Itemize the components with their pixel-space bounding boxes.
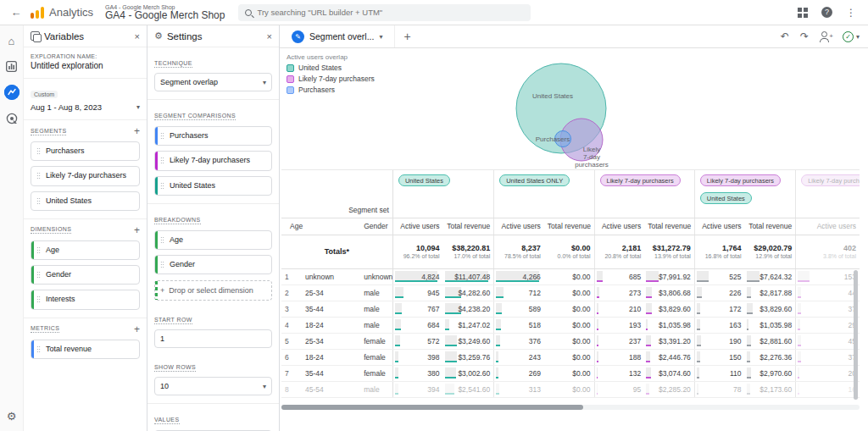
cell-gender: female — [360, 333, 392, 349]
horizontal-scrollbar-thumb[interactable] — [281, 405, 583, 410]
explore-nav-icon[interactable] — [4, 85, 19, 100]
draggable-chip-likely-7-day-purchasers[interactable]: Likely 7-day purchasers — [31, 166, 140, 185]
segment-pill: Likely 7-day purchasers — [700, 174, 781, 186]
cell-bar — [646, 367, 651, 379]
draggable-chip-gender[interactable]: Gender — [31, 265, 140, 285]
legend-swatch-icon — [287, 86, 294, 94]
reports-nav-icon[interactable] — [5, 59, 19, 73]
admin-gear-icon[interactable]: ⚙ — [5, 409, 19, 423]
cell-metric-value: 163 — [694, 317, 744, 333]
share-person-add-icon[interactable]: + — [820, 31, 832, 42]
cell-metric-value: $3,002.60 — [443, 365, 494, 381]
column-header-total-revenue[interactable]: Total revenue — [443, 218, 494, 235]
column-header-gender[interactable]: Gender — [360, 218, 392, 235]
column-header-active-users[interactable]: Active users — [392, 218, 442, 235]
draggable-chip-likely-7-day-purchasers[interactable]: Likely 7-day purchasers — [154, 151, 272, 170]
add-tab-icon[interactable]: + — [403, 30, 410, 43]
cell-gender: male — [360, 381, 392, 397]
variables-close-icon[interactable]: × — [135, 31, 140, 41]
chip-label: Purchasers — [46, 146, 85, 156]
saved-status-button[interactable]: ✓ ▾ — [843, 31, 860, 42]
cell-gender: male — [360, 285, 392, 301]
column-header-total-revenue[interactable]: Total revenue — [544, 218, 594, 235]
variables-title: Variables — [44, 31, 84, 41]
venn-label-likely-line2: 7-day — [583, 153, 600, 161]
advertising-nav-icon[interactable] — [5, 112, 19, 125]
draggable-chip-gender[interactable]: Gender — [154, 255, 272, 274]
column-header-active-users[interactable]: Active users — [694, 218, 744, 235]
chevron-down-icon: ▾ — [263, 79, 266, 86]
exploration-name[interactable]: Untitled exploration — [31, 61, 140, 70]
cell-bar — [445, 384, 454, 395]
cell-bar — [597, 271, 604, 282]
home-nav-icon[interactable]: ⌂ — [5, 34, 19, 47]
back-icon[interactable]: ← — [7, 6, 25, 19]
draggable-chip-purchasers[interactable]: Purchasers — [154, 126, 272, 146]
cell-metric-value: 37 — [796, 301, 860, 317]
draggable-chip-age[interactable]: Age — [154, 230, 272, 250]
cell-metric-value: 190 — [694, 333, 744, 349]
chip-label: Likely 7-day purchasers — [46, 171, 126, 180]
search-bar[interactable] — [238, 4, 531, 21]
more-vert-icon[interactable]: ⋮ — [846, 7, 856, 19]
cell-bar — [697, 271, 709, 282]
cell-bar — [597, 319, 598, 330]
draggable-chip-united-states[interactable]: United States — [154, 176, 272, 196]
column-header-active-users[interactable]: Active users — [594, 218, 644, 235]
drag-handle-icon — [36, 296, 41, 303]
help-icon[interactable]: ? — [821, 7, 832, 18]
table-row: 225-34male945$4,282.60712$0.00273$3,806.… — [281, 285, 860, 301]
drop-dimension-target[interactable]: + Drop or select dimension — [154, 280, 272, 301]
date-range-value: Aug 1 - Aug 8, 2023 — [31, 102, 102, 112]
start-row-input[interactable]: 1 — [154, 329, 272, 348]
column-header-total-revenue[interactable]: Total revenue — [644, 218, 694, 235]
column-header-active-users[interactable]: Active users — [796, 218, 860, 235]
add-segment-icon[interactable]: + — [134, 126, 140, 136]
cell-metric-value: $2,970.60 — [745, 365, 796, 381]
cell-bar — [798, 335, 801, 346]
cell-bar — [597, 351, 598, 362]
column-header-total-revenue[interactable]: Total revenue — [745, 218, 796, 235]
apps-grid-icon[interactable] — [798, 8, 808, 18]
draggable-chip-interests[interactable]: Interests — [31, 290, 140, 309]
chevron-down-icon: ▾ — [856, 33, 860, 41]
undo-icon[interactable]: ↶ — [781, 30, 789, 42]
tab-segment-overlap[interactable]: ✎ Segment overl... ▾ — [288, 25, 395, 47]
add-dimension-icon[interactable]: + — [134, 225, 140, 235]
vertical-scrollbar-thumb[interactable] — [854, 270, 858, 400]
cell-metric-value: 226 — [694, 285, 744, 301]
table-row: 525-34female572$3,249.60376$0.00237$3,39… — [281, 333, 860, 349]
analytics-logo-icon — [31, 7, 44, 19]
column-header-active-users[interactable]: Active users — [494, 218, 544, 235]
drag-handle-icon — [160, 132, 164, 140]
cell-metric-value: 193 — [594, 317, 644, 333]
cell-bar — [798, 303, 800, 314]
segment-overlap-venn[interactable]: United States Purchasers Likely 7-day pu… — [497, 53, 659, 174]
cell-metric-value: 150 — [694, 349, 744, 365]
cell-metric-value: $2,285.20 — [644, 381, 694, 397]
cell-metric-value: 29 — [796, 317, 860, 333]
date-range-picker[interactable]: Aug 1 - Aug 8, 2023 ▾ — [31, 102, 140, 112]
cell-metric-value: $0.00 — [544, 285, 594, 301]
technique-select[interactable]: Segment overlap ▾ — [154, 73, 272, 91]
property-switcher[interactable]: GA4 - Google Merch Shop GA4 - Google Mer… — [105, 4, 225, 21]
cell-metric-value: $3,829.60 — [644, 301, 694, 317]
cell-metric-value: $0.00 — [544, 381, 594, 397]
search-input[interactable] — [257, 8, 524, 17]
chevron-down-icon: ▾ — [263, 383, 266, 390]
settings-close-icon[interactable]: × — [267, 31, 272, 41]
show-rows-select[interactable]: 10 ▾ — [154, 377, 272, 395]
cell-metric-value: 132 — [594, 365, 644, 381]
draggable-chip-age[interactable]: Age — [31, 240, 140, 260]
draggable-chip-united-states[interactable]: United States — [31, 191, 140, 211]
cell-bar — [395, 319, 401, 330]
column-header-age[interactable]: Age — [281, 218, 360, 235]
cell-metric-value: $0.00 — [544, 365, 594, 381]
cell-bar — [697, 319, 700, 330]
add-metric-icon[interactable]: + — [134, 324, 140, 334]
draggable-chip-total-revenue[interactable]: Total revenue — [31, 340, 140, 359]
cell-bar — [798, 271, 810, 282]
draggable-chip-purchasers[interactable]: Purchasers — [31, 141, 140, 161]
redo-icon[interactable]: ↷ — [800, 30, 809, 42]
segment-group-header: United States ONLY — [494, 170, 594, 218]
